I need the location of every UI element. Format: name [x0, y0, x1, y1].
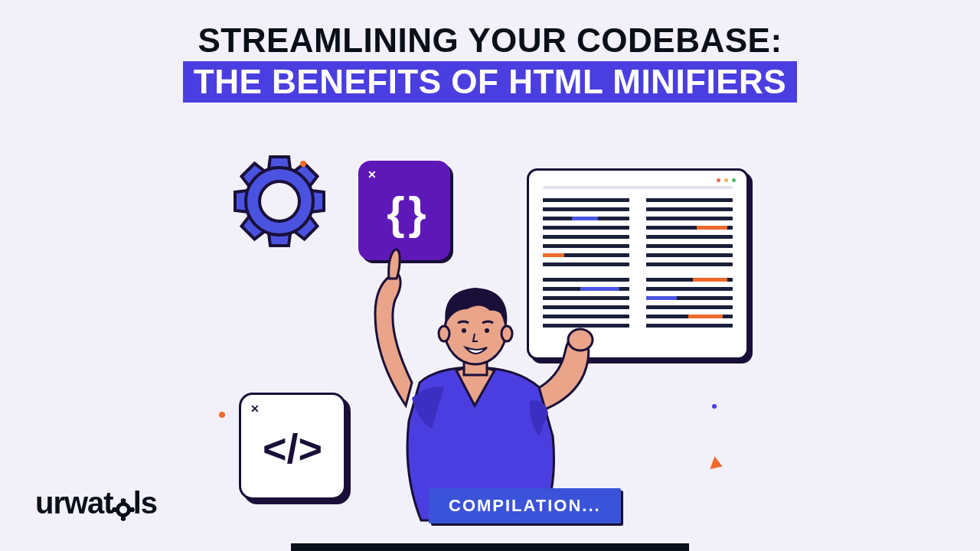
hero-title: STREAMLINING YOUR CODEBASE: THE BENEFITS… — [0, 0, 980, 103]
developer-character — [352, 245, 597, 528]
gear-icon — [230, 152, 329, 251]
svg-point-18 — [119, 506, 127, 514]
svg-point-7 — [462, 328, 466, 333]
close-icon: ✕ — [250, 403, 260, 415]
title-line-1: STREAMLINING YOUR CODEBASE: — [0, 21, 980, 60]
svg-point-1 — [260, 181, 299, 221]
bottom-bar — [291, 543, 689, 551]
close-icon: ✕ — [368, 168, 377, 181]
window-traffic-lights — [717, 178, 736, 182]
decorative-dot — [300, 161, 306, 167]
logo-text-2: ls — [133, 486, 157, 520]
decorative-dot — [219, 412, 225, 418]
logo-gear-icon — [112, 494, 135, 517]
compilation-badge: COMPILATION... — [429, 488, 621, 523]
logo-text-1: urwat — [35, 486, 113, 520]
decorative-dot — [712, 404, 717, 409]
html-tag-card: ✕ </> — [239, 393, 346, 500]
svg-point-5 — [439, 326, 449, 341]
illustration-scene: ✕ { } — [191, 138, 789, 536]
svg-point-8 — [485, 328, 489, 333]
title-line-2: THE BENEFITS OF HTML MINIFIERS — [183, 61, 797, 103]
svg-point-6 — [501, 326, 512, 341]
html-tag-icon: </> — [263, 425, 322, 472]
address-bar — [543, 186, 733, 189]
brand-logo: urwat ls — [35, 486, 157, 520]
svg-point-2 — [568, 329, 593, 350]
braces-icon: { } — [387, 187, 421, 240]
